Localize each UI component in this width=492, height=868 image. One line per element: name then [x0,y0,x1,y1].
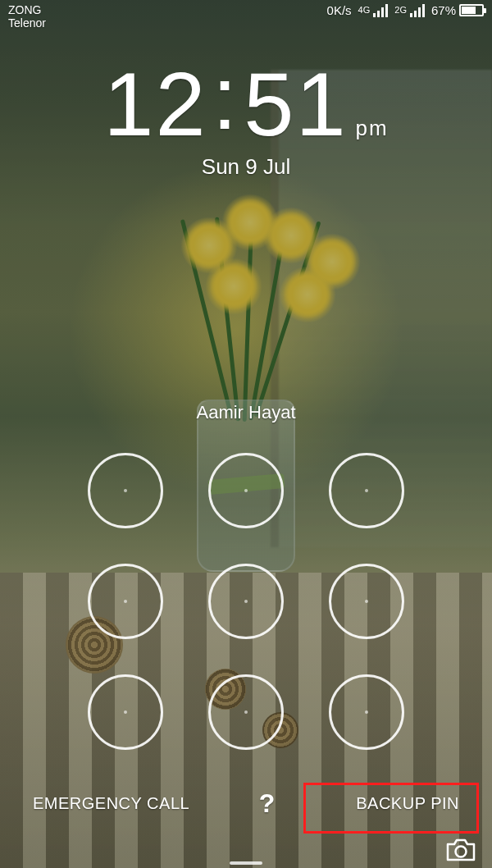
swipe-up-handle[interactable] [230,861,262,865]
pattern-dot-8[interactable] [208,674,284,750]
bottom-action-row: EMERGENCY CALL ? BACKUP PIN [0,783,492,823]
clock-ampm: pm [356,117,389,139]
signal-bars-icon [410,4,425,17]
backup-pin-button[interactable]: BACKUP PIN [344,789,471,818]
pattern-dot-4[interactable] [88,564,163,639]
battery-indicator: 67% [431,3,484,17]
signal-sim1: 4G [358,4,389,17]
owner-name: Aamir Hayat [0,402,492,423]
pattern-dot-1[interactable] [88,453,163,528]
battery-percent: 67% [431,3,456,17]
camera-shortcut[interactable] [444,837,477,863]
clock-minutes: 51 [244,59,347,149]
clock-colon: : [207,53,244,143]
data-speed: 0K/s [327,3,352,17]
pattern-dot-5[interactable] [208,564,284,639]
clock-area: 12 : 51 pm Sun 9 Jul [0,59,492,180]
status-bar: ZONG Telenor 0K/s 4G 2G 67% [0,0,492,33]
carrier-2: Telenor [8,16,46,30]
svg-point-0 [456,847,467,857]
pattern-dot-6[interactable] [329,564,404,639]
network-type-2: 2G [394,6,407,15]
lock-screen: ZONG Telenor 0K/s 4G 2G 67% 12 : 51 pm [0,0,492,868]
pattern-dot-2[interactable] [208,453,284,528]
signal-bars-icon [373,4,388,17]
signal-sim2: 2G [394,4,425,17]
pattern-dot-9[interactable] [329,674,404,750]
battery-icon [459,4,484,16]
emergency-call-button[interactable]: EMERGENCY CALL [33,794,189,813]
pattern-lock-grid[interactable] [66,435,426,767]
pattern-dot-3[interactable] [329,453,404,528]
camera-icon [444,837,477,863]
clock-time: 12 : 51 pm [103,59,388,149]
clock-hours: 12 [103,59,207,149]
pattern-dot-7[interactable] [88,674,163,750]
carrier-1: ZONG [8,3,46,16]
network-type-1: 4G [358,6,371,15]
clock-date: Sun 9 Jul [0,154,492,180]
help-button[interactable]: ? [259,788,276,819]
